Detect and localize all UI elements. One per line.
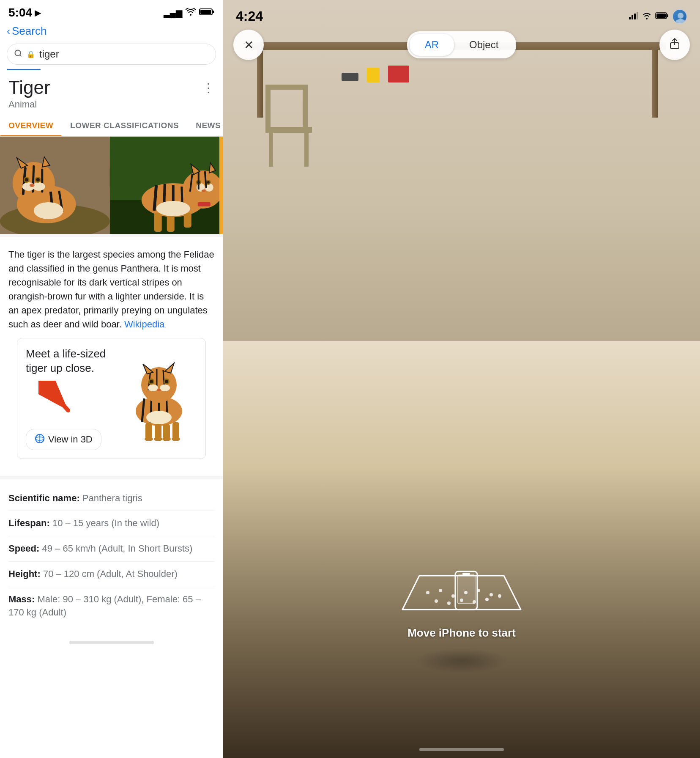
table-item-red — [388, 66, 409, 82]
svg-point-60 — [146, 411, 172, 424]
svg-point-20 — [36, 178, 40, 181]
more-options-icon[interactable]: ⋮ — [202, 81, 214, 95]
info-row-height: Height: 70 – 120 cm (Adult, At Shoulder) — [8, 562, 214, 587]
svg-rect-88 — [656, 14, 666, 18]
status-icons: ▂▄▆ — [164, 8, 214, 18]
back-label[interactable]: Search — [12, 25, 46, 38]
svg-point-100 — [435, 599, 438, 603]
ar-card[interactable]: Meet a life-sized tiger up close. — [17, 338, 206, 459]
svg-point-99 — [489, 593, 493, 596]
info-section: Scientific name: Panthera tigris Lifespa… — [0, 476, 223, 632]
ar-time-display: 4:24 — [236, 8, 263, 24]
view-3d-label: View in 3D — [48, 434, 93, 445]
info-row-speed: Speed: 49 – 65 km/h (Adult, In Short Bur… — [8, 536, 214, 562]
info-label-lifespan: Lifespan: — [8, 518, 50, 528]
ar-battery-icon — [655, 12, 669, 21]
svg-point-105 — [498, 594, 501, 598]
status-bar-left: 5:04 ▶ ▂▄▆ — [0, 0, 223, 23]
left-bottom-bar-container — [0, 632, 223, 654]
page-header: Tiger ⋮ Animal — [0, 70, 223, 112]
tiger-image-1[interactable] — [0, 137, 110, 234]
time-display: 5:04 — [8, 6, 32, 19]
chair-leg-2 — [304, 133, 309, 167]
svg-point-69 — [150, 380, 153, 383]
search-query[interactable]: tiger — [39, 48, 209, 60]
svg-point-3 — [15, 50, 21, 56]
ar-profile-avatar — [672, 9, 687, 24]
home-indicator-right — [419, 748, 504, 751]
back-navigation[interactable]: ‹ Search — [0, 23, 223, 41]
battery-icon — [199, 8, 214, 18]
svg-point-101 — [447, 601, 451, 605]
tab-lower-classifications[interactable]: LOWER CLASSIFICATIONS — [62, 115, 187, 136]
info-value-scientific: Panthera tigris — [82, 493, 142, 503]
svg-rect-74 — [145, 423, 152, 439]
ar-scan-graphic — [394, 550, 529, 618]
info-value-height: 70 – 120 cm (Adult, At Shoulder) — [43, 568, 178, 579]
page-title-text: Tiger — [8, 77, 50, 98]
svg-rect-87 — [667, 14, 668, 17]
svg-point-49 — [201, 190, 205, 192]
svg-point-96 — [451, 594, 455, 598]
svg-rect-82 — [629, 17, 631, 19]
chair-leg-1 — [269, 133, 273, 167]
left-panel: 5:04 ▶ ▂▄▆ ‹ S — [0, 0, 223, 758]
ar-mode-button-object[interactable]: Object — [454, 34, 514, 56]
svg-rect-48 — [197, 202, 210, 206]
tab-overview[interactable]: OVERVIEW — [0, 115, 62, 136]
svg-line-51 — [47, 387, 68, 410]
ar-status-bar: 4:24 — [223, 0, 700, 28]
svg-point-18 — [25, 178, 28, 181]
info-label-scientific: Scientific name: — [8, 493, 80, 503]
chair-legs — [265, 133, 312, 167]
ar-mode-button-ar[interactable]: AR — [410, 34, 454, 56]
ar-mode-toggle[interactable]: AR Object — [407, 31, 517, 58]
info-value-speed: 49 – 65 km/h (Adult, In Short Bursts) — [42, 543, 192, 554]
search-icon — [14, 49, 22, 59]
wikipedia-link[interactable]: Wikipedia — [124, 319, 164, 330]
chair-seat — [265, 127, 312, 133]
image-strip — [219, 137, 223, 234]
tiger-image-2[interactable] — [110, 137, 220, 234]
view-in-3d-button[interactable]: View in 3D — [26, 429, 101, 450]
ar-close-icon: ✕ — [244, 38, 254, 52]
ar-share-button[interactable] — [659, 30, 690, 60]
floor-shadow — [415, 648, 508, 673]
table-item-yellow — [367, 68, 380, 82]
svg-rect-84 — [634, 14, 636, 19]
info-row-lifespan: Lifespan: 10 – 15 years (In the wild) — [8, 511, 214, 536]
svg-line-29 — [154, 185, 156, 211]
info-label-mass: Mass: — [8, 594, 35, 604]
ar-signal-icon — [629, 12, 638, 21]
info-value-lifespan: 10 – 15 years (In the wild) — [52, 518, 159, 528]
svg-rect-108 — [462, 573, 470, 575]
page-subtitle: Animal — [8, 99, 214, 110]
search-bar-container: 🔒 tiger — [0, 41, 223, 69]
svg-point-95 — [439, 589, 442, 592]
chair-back — [265, 85, 308, 127]
svg-point-16 — [33, 182, 45, 191]
table-leg-left — [257, 50, 263, 118]
svg-point-94 — [426, 591, 429, 594]
svg-point-21 — [30, 184, 35, 187]
svg-rect-75 — [155, 424, 161, 439]
table-item-bowl — [342, 73, 358, 81]
tab-news[interactable]: NEWS — [187, 115, 223, 136]
svg-point-14 — [34, 202, 63, 219]
info-label-height: Height: — [8, 568, 41, 579]
svg-rect-33 — [154, 213, 161, 232]
ar-close-button[interactable]: ✕ — [233, 30, 264, 60]
svg-rect-85 — [637, 12, 638, 19]
back-arrow-icon: ‹ — [7, 25, 10, 37]
ar-card-title: Meet a life-sized tiger up close. — [26, 347, 121, 376]
info-label-speed: Speed: — [8, 543, 39, 554]
info-row-scientific: Scientific name: Panthera tigris — [8, 486, 214, 511]
svg-point-67 — [157, 389, 161, 391]
search-bar[interactable]: 🔒 tiger — [7, 44, 216, 65]
svg-rect-76 — [163, 424, 170, 439]
svg-rect-1 — [212, 11, 214, 13]
wifi-icon — [186, 8, 196, 18]
svg-point-66 — [160, 384, 170, 391]
svg-rect-35 — [183, 213, 191, 228]
svg-point-90 — [675, 19, 686, 24]
